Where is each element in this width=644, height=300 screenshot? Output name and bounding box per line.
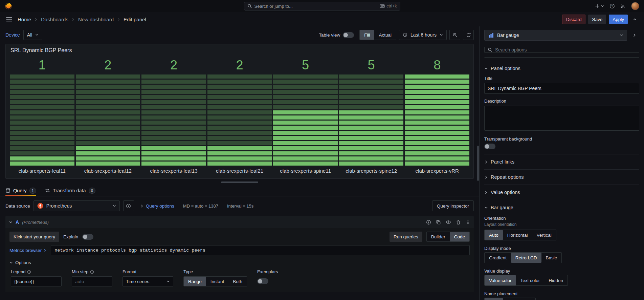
gauge-cell-stack xyxy=(339,74,404,166)
radio-option-actual[interactable]: Actual xyxy=(374,30,396,40)
refresh-button[interactable] xyxy=(463,30,474,40)
gauge-cell xyxy=(405,95,469,99)
gauge-cell xyxy=(405,162,469,166)
options-search[interactable] xyxy=(484,47,639,53)
gauge-column: 1clab-srexperts-leaf11 xyxy=(10,56,74,175)
user-avatar[interactable] xyxy=(631,2,639,10)
gauge-cell xyxy=(207,74,272,79)
transparent-background-toggle[interactable] xyxy=(484,144,495,149)
option-description: Layout orientation xyxy=(484,222,639,227)
zoom-out-button[interactable] xyxy=(449,30,460,40)
duplicate-query-icon[interactable] xyxy=(436,220,441,225)
radio-option-horizontal[interactable]: Horizontal xyxy=(503,230,532,240)
gauge-cell xyxy=(10,74,74,79)
kick-start-button[interactable]: Kick start your query xyxy=(9,232,59,242)
search-input[interactable]: Search or jump to... ctrl+k xyxy=(244,2,400,10)
panel-title-input[interactable] xyxy=(484,83,639,94)
datasource-help-button[interactable] xyxy=(123,200,134,211)
new-button[interactable] xyxy=(595,4,604,8)
radio-option-retro-lcd[interactable]: Retro LCD xyxy=(511,253,541,263)
gauge-cell xyxy=(273,100,338,104)
radio-option-instant[interactable]: Instant xyxy=(206,277,229,286)
query-options-toggle[interactable]: Query options xyxy=(140,203,174,209)
section-bar-gauge-header[interactable]: Bar gauge xyxy=(484,205,639,210)
section-panel-options-header[interactable]: Panel options xyxy=(484,66,639,71)
breadcrumb-dashboards[interactable]: Dashboards xyxy=(41,17,68,22)
time-range-picker[interactable]: Last 6 hours xyxy=(399,30,447,40)
hide-query-icon[interactable] xyxy=(446,219,451,225)
format-label: Format xyxy=(123,269,136,274)
gauge-cell xyxy=(207,95,272,99)
radio-option-text-color[interactable]: Text color xyxy=(516,275,545,285)
variable-label[interactable]: Device xyxy=(5,32,20,38)
explain-toggle[interactable] xyxy=(82,234,93,240)
promql-expression-input[interactable] xyxy=(51,245,470,255)
resize-handle[interactable] xyxy=(221,181,258,183)
gauge-cell-stack xyxy=(405,74,469,166)
query-options-section[interactable]: Options xyxy=(9,260,470,265)
query-inspector-button[interactable]: Query inspector xyxy=(432,200,474,211)
visualization-picker[interactable]: Bar gauge xyxy=(484,30,627,41)
options-search-input[interactable] xyxy=(495,47,636,52)
radio-option-gradient[interactable]: Gradient xyxy=(485,253,511,263)
radio-option-range[interactable]: Range xyxy=(184,277,206,286)
radio-option-hidden[interactable]: Hidden xyxy=(544,275,568,285)
save-button[interactable]: Save xyxy=(588,15,606,24)
radio-option-vertical[interactable]: Vertical xyxy=(532,230,556,240)
discard-button[interactable]: Discard xyxy=(562,15,586,24)
gauge-category-label: clab-srexperts-leaf11 xyxy=(10,166,74,175)
options-filter-tabs: All Overrides xyxy=(484,57,639,58)
chevron-right-icon xyxy=(34,18,38,21)
radio-option-basic[interactable]: Basic xyxy=(541,253,561,263)
gauge-cell xyxy=(405,85,469,89)
radio-option-auto[interactable]: Auto xyxy=(485,298,503,300)
datasource-picker[interactable]: Prometheus xyxy=(34,200,120,211)
news-button[interactable] xyxy=(620,3,626,9)
legend-input[interactable] xyxy=(11,276,62,286)
query-row-header[interactable]: A (Prometheus) xyxy=(5,216,474,228)
radio-option-both[interactable]: Both xyxy=(228,277,247,286)
options-sidebar: Bar gauge All Overrides Panel options xyxy=(479,26,644,300)
format-select[interactable]: Time series xyxy=(123,276,173,286)
radio-option-auto[interactable]: Auto xyxy=(485,230,503,240)
min-step-input[interactable] xyxy=(72,276,112,286)
exemplars-toggle[interactable] xyxy=(257,278,268,284)
apply-button[interactable]: Apply xyxy=(609,15,628,24)
legend-field: Legend xyxy=(11,269,62,286)
gauge-cell xyxy=(76,141,140,145)
run-queries-button[interactable]: Run queries xyxy=(390,232,422,242)
radio-option-builder[interactable]: Builder xyxy=(427,232,450,241)
breadcrumb-new-dashboard[interactable]: New dashboard xyxy=(78,17,114,22)
help-button[interactable]: ? xyxy=(609,3,615,9)
scrollbar-thumb[interactable] xyxy=(477,146,479,181)
collapse-up-icon[interactable] xyxy=(630,15,639,24)
table-view-toggle[interactable] xyxy=(343,32,354,38)
breadcrumb-home[interactable]: Home xyxy=(18,17,31,22)
gauge-cell xyxy=(405,80,469,84)
section-panel-links-header[interactable]: Panel links xyxy=(484,159,639,165)
radio-option-fill[interactable]: Fill xyxy=(360,30,374,40)
metrics-browser-button[interactable]: Metrics browser xyxy=(9,248,51,253)
drag-query-icon[interactable] xyxy=(466,220,470,225)
section-value-options-header[interactable]: Value options xyxy=(484,190,639,195)
delete-query-icon[interactable] xyxy=(456,220,461,225)
radio-option-top[interactable]: Top xyxy=(503,298,519,300)
tab-transform-data[interactable]: Transform data 0 xyxy=(45,185,95,196)
section-repeat-options-header[interactable]: Repeat options xyxy=(484,174,639,180)
menu-icon[interactable] xyxy=(5,15,14,24)
collapse-sidebar-icon[interactable] xyxy=(630,30,639,41)
gauge-cell xyxy=(10,105,74,109)
tab-query[interactable]: Query 1 xyxy=(5,185,36,196)
gauge-cell xyxy=(76,90,140,94)
variable-dropdown[interactable]: All xyxy=(23,30,43,40)
section-label: Panel options xyxy=(491,66,520,71)
section-repeat-options: Repeat options xyxy=(484,170,639,185)
panel-description-input[interactable] xyxy=(484,106,639,131)
format-value: Time series xyxy=(126,279,149,284)
radio-option-left[interactable]: Left xyxy=(519,298,536,300)
grafana-logo[interactable] xyxy=(5,2,12,10)
radio-option-value-color[interactable]: Value color xyxy=(485,275,516,285)
radio-option-code[interactable]: Code xyxy=(450,232,469,241)
gauge-cell xyxy=(339,162,404,166)
query-help-icon[interactable] xyxy=(426,220,431,225)
